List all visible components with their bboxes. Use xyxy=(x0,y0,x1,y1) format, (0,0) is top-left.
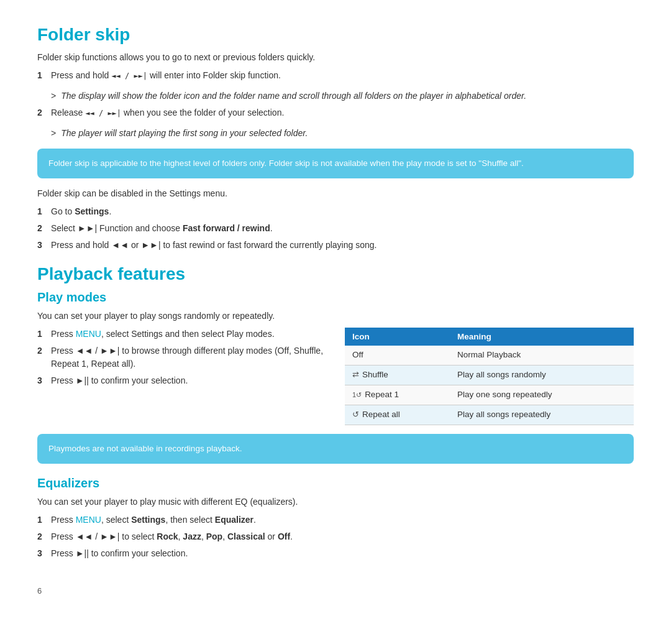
step-1-text: Press and hold ◄◄ / ►►| will enter into … xyxy=(51,69,281,82)
folder-skip-intro: Folder skip functions allows you to go t… xyxy=(37,51,634,64)
folder-skip-disable-text: Folder skip can be disabled in the Setti… xyxy=(37,187,634,200)
folder-skip-info-box: Folder skip is applicable to the highest… xyxy=(37,149,634,178)
equalizers-steps: 1 Press MENU, select Settings, then sele… xyxy=(37,513,634,560)
play-modes-intro: You can set your player to play songs ra… xyxy=(37,310,634,323)
playback-features-title: Playback features xyxy=(37,264,634,284)
step-1-num: 1 xyxy=(37,69,46,82)
table-header-meaning: Meaning xyxy=(450,328,634,346)
table-cell-meaning: Play all songs repeatedly xyxy=(450,405,634,425)
table-cell-icon: ↺ Repeat all xyxy=(345,405,450,425)
play-modes-table-container: Icon Meaning Off Normal Playback ⇄ Shuff… xyxy=(345,328,634,425)
table-cell-meaning: Play all songs randomly xyxy=(450,366,634,385)
table-row: 1↺ Repeat 1 Play one song repeatedly xyxy=(345,385,634,405)
play-modes-left: 1 Press MENU, select Settings and then s… xyxy=(37,328,326,395)
step-1-note: > The display will show the folder icon … xyxy=(51,90,634,103)
table-cell-icon: ⇄ Shuffle xyxy=(345,366,450,385)
repeat1-icon: 1↺ xyxy=(352,390,362,400)
table-row: ⇄ Shuffle Play all songs randomly xyxy=(345,366,634,385)
shuffle-icon: ⇄ xyxy=(352,369,359,380)
folder-skip-title: Folder skip xyxy=(37,25,634,45)
step-2-note: > The player will start playing the firs… xyxy=(51,127,634,140)
table-cell-icon: Off xyxy=(345,346,450,365)
play-modes-steps: 1 Press MENU, select Settings and then s… xyxy=(37,328,326,387)
play-modes-info-box: Playmodes are not available in recording… xyxy=(37,434,634,464)
play-modes-layout: 1 Press MENU, select Settings and then s… xyxy=(37,328,634,425)
folder-skip-disable-steps: 1 Go to Settings. 2 Select ►►| Function … xyxy=(37,205,634,252)
table-row: ↺ Repeat all Play all songs repeatedly xyxy=(345,405,634,425)
step-2-text: Release ◄◄ / ►►| when you see the folder… xyxy=(51,106,284,119)
repeat-all-icon: ↺ xyxy=(352,409,359,420)
page-number: 6 xyxy=(37,585,634,597)
table-cell-meaning: Play one song repeatedly xyxy=(450,385,634,405)
folder-skip-steps-1-2: 1 Press and hold ◄◄ / ►►| will enter int… xyxy=(37,69,634,82)
play-modes-subtitle: Play modes xyxy=(37,290,634,305)
step-2-num: 2 xyxy=(37,106,46,119)
play-modes-table: Icon Meaning Off Normal Playback ⇄ Shuff… xyxy=(345,328,634,425)
table-cell-icon: 1↺ Repeat 1 xyxy=(345,385,450,405)
equalizers-intro: You can set your player to play music wi… xyxy=(37,495,634,508)
folder-skip-step-2: 2 Release ◄◄ / ►►| when you see the fold… xyxy=(37,106,634,119)
equalizers-subtitle: Equalizers xyxy=(37,476,634,490)
table-header-icon: Icon xyxy=(345,328,450,346)
table-row: Off Normal Playback xyxy=(345,346,634,365)
table-cell-meaning: Normal Playback xyxy=(450,346,634,365)
